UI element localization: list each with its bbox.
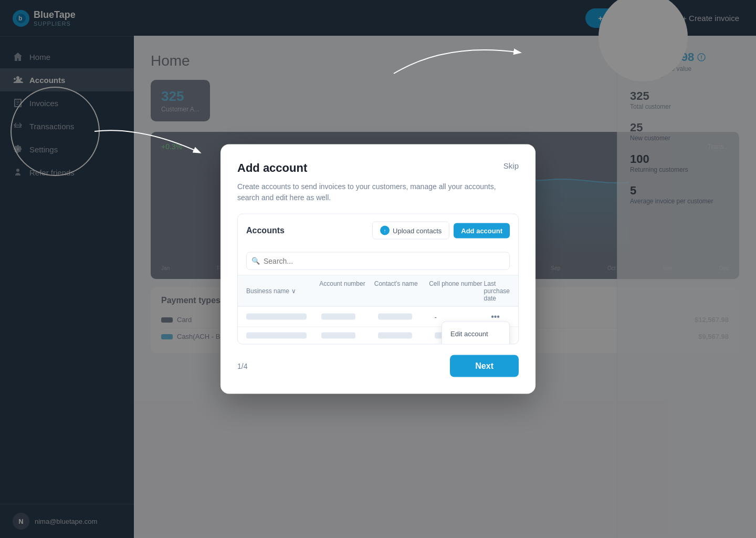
accounts-box: Accounts ↑ Upload contacts Add account 🔍… bbox=[237, 214, 519, 345]
row2-col3 bbox=[378, 333, 435, 339]
row1-col2 bbox=[321, 314, 378, 320]
add-account-modal: Add account Skip Create accounts to send… bbox=[220, 144, 536, 394]
skip-button[interactable]: Skip bbox=[503, 161, 519, 170]
col-phone: Cell phone number bbox=[429, 280, 484, 302]
col-contact: Contact's name bbox=[374, 280, 429, 302]
edit-account-item[interactable]: Edit account bbox=[442, 325, 509, 343]
row1-col1 bbox=[246, 314, 321, 320]
search-wrap: 🔍 bbox=[246, 252, 510, 270]
col-business: Business name ∨ bbox=[246, 280, 319, 302]
row2-col2 bbox=[321, 333, 378, 339]
modal-description: Create accounts to send invoices to your… bbox=[237, 181, 519, 203]
next-button[interactable]: Next bbox=[450, 355, 519, 377]
modal-title: Add account bbox=[237, 161, 307, 175]
row1-menu: ••• Edit account Resend invite bbox=[491, 312, 510, 322]
upload-contacts-button[interactable]: ↑ Upload contacts bbox=[372, 222, 449, 240]
search-input[interactable] bbox=[246, 252, 510, 270]
upload-icon: ↑ bbox=[380, 226, 390, 235]
context-menu: Edit account Resend invite bbox=[442, 322, 510, 345]
col-date: Last purchase date bbox=[484, 280, 510, 302]
modal-footer: 1/4 Next bbox=[237, 355, 519, 377]
search-box: 🔍 bbox=[238, 247, 518, 276]
row1-col4: - bbox=[435, 313, 491, 320]
row2-col1 bbox=[246, 333, 321, 339]
accounts-box-label: Accounts bbox=[246, 226, 285, 235]
accounts-box-header: Accounts ↑ Upload contacts Add account bbox=[238, 214, 518, 247]
upload-label: Upload contacts bbox=[393, 226, 442, 234]
resend-invite-item[interactable]: Resend invite bbox=[442, 343, 509, 345]
row1-dots-button[interactable]: ••• bbox=[491, 312, 500, 322]
add-account-modal-button[interactable]: Add account bbox=[454, 223, 510, 238]
accounts-actions: ↑ Upload contacts Add account bbox=[372, 222, 510, 240]
step-indicator: 1/4 bbox=[237, 362, 247, 370]
modal-header: Add account Skip bbox=[237, 161, 519, 175]
search-icon: 🔍 bbox=[251, 257, 260, 265]
row1-col3 bbox=[378, 314, 435, 320]
col-account: Account number bbox=[319, 280, 374, 302]
table-header: Business name ∨ Account number Contact's… bbox=[238, 276, 518, 307]
table-row: - ••• Edit account Resend invite bbox=[238, 307, 518, 327]
